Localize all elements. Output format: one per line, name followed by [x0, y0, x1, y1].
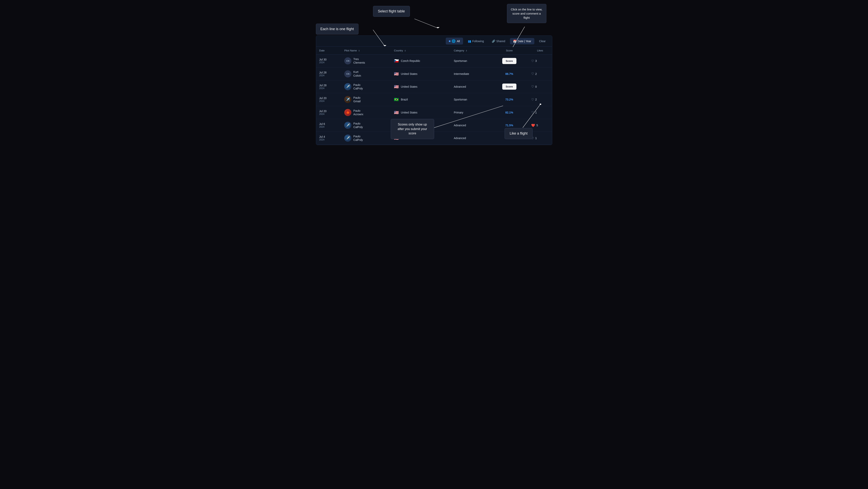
date-cell: Jul 4 2024 [316, 132, 341, 145]
country-name: United States [401, 111, 417, 114]
likes-count: 5 [536, 124, 538, 127]
likes-count: 2 [535, 72, 537, 75]
pilot-avatar: CN [344, 57, 351, 64]
likes-count: 0 [535, 85, 537, 88]
date-primary: Jul 6 [319, 122, 338, 125]
table-row[interactable]: Jul 28 2024 ✈️ PauloCalPoly 🇺🇸 United St… [316, 80, 552, 93]
score-cell: Score [490, 55, 528, 67]
pilot-cell: ✈️ PauloCalPoly [341, 132, 391, 145]
category-cell: Sportsman [451, 55, 490, 67]
pilot-avatar: 🍁 [344, 109, 351, 116]
category-cell: Advanced [451, 119, 490, 132]
date-year: 2024 [319, 113, 338, 116]
tooltip-click-line: Click on the line to view, score and com… [507, 4, 546, 23]
likes-cell: ♡ 2 [528, 93, 552, 106]
country-sort-icon: ⇕ [404, 50, 406, 52]
header-pilot-name[interactable]: Pilot Name ⇕ [341, 47, 391, 55]
likes-cell: ♡ 3 [528, 55, 552, 67]
score-value: 71.5% [505, 124, 513, 127]
filter-date-button[interactable]: 📅 Date | Year [510, 38, 534, 44]
like-button[interactable]: ♡ [531, 111, 534, 114]
country-name: United States [401, 72, 417, 75]
globe-icon: 🌐 [452, 39, 456, 43]
tooltip-like-flight: Like a flight [505, 128, 532, 139]
category-cell: Advanced [451, 80, 490, 93]
date-cell: Jul 28 2024 [316, 80, 341, 93]
category-cell: Sportsman [451, 93, 490, 106]
pilot-cell: ✈️ PauloCalPoly [341, 119, 391, 132]
date-year: 2024 [319, 138, 338, 141]
filter-shared-button[interactable]: 🔗 Shared [489, 38, 508, 44]
svg-marker-1 [436, 27, 440, 28]
pilot-cell: CN TresClements [341, 55, 391, 67]
pilot-name: PauloCalPoly [353, 83, 363, 90]
like-button[interactable]: ❤️ [531, 124, 535, 127]
date-primary: Jul 30 [319, 58, 338, 61]
pilot-name: TresClements [353, 57, 365, 64]
like-button[interactable]: ♡ [531, 59, 534, 63]
date-year: 2024 [319, 74, 338, 77]
date-primary: Jul 20 [319, 110, 338, 113]
tooltip-each-line: Each line is one flight [316, 24, 359, 34]
score-cell: 73.2% [490, 93, 528, 106]
score-value: 88.7% [505, 72, 513, 75]
score-button[interactable]: Score [502, 84, 517, 90]
score-cell: 82.1% [490, 106, 528, 119]
pilot-avatar: ✈️ [344, 122, 351, 129]
date-cell: Jul 28 2024 [316, 67, 341, 80]
country-flag: 🇺🇸 [394, 110, 399, 115]
like-button[interactable]: ♡ [531, 72, 534, 75]
date-primary: Jul 4 [319, 135, 338, 138]
country-cell: 🇧🇷 Brazil [391, 93, 451, 106]
filter-bar: 🌐 All 👥 Following 🔗 Shared 📅 Date | Year… [316, 36, 552, 47]
share-icon: 🔗 [492, 40, 495, 43]
calendar-icon: 📅 [513, 40, 517, 43]
date-primary: Jul 20 [319, 96, 338, 100]
filter-following-button[interactable]: 👥 Following [465, 38, 487, 44]
category-sort-icon: ⇕ [466, 50, 467, 52]
table-row[interactable]: Jul 30 2024 CN TresClements 🇨🇿 Czech Rep… [316, 55, 552, 67]
country-name: Czech Republic [401, 59, 420, 62]
pilot-avatar: CN [344, 70, 351, 78]
pilot-name: PauloGmail [353, 96, 361, 103]
people-icon: 👥 [468, 40, 471, 43]
pilot-cell: ✈️ PauloGmail [341, 93, 391, 106]
country-name: Brazil [401, 98, 408, 101]
pilot-avatar: ✈️ [344, 134, 351, 142]
all-dot-indicator [449, 40, 451, 42]
header-category[interactable]: Category ⇕ [451, 47, 490, 55]
likes-cell: ♡ 2 [528, 67, 552, 80]
tooltip-select-flight: Select flight table [373, 6, 410, 17]
tooltip-scores: Scores only show up after you submit you… [391, 119, 434, 139]
likes-count: 1 [535, 111, 537, 114]
table-row[interactable]: Jul 20 2024 ✈️ PauloGmail 🇧🇷 Brazil Spor… [316, 93, 552, 106]
like-button[interactable]: ♡ [531, 98, 534, 101]
country-cell: 🇨🇿 Czech Republic [391, 55, 451, 67]
score-button[interactable]: Score [502, 58, 517, 64]
pilot-cell: ✈️ PauloCalPoly [341, 80, 391, 93]
filter-clear-button[interactable]: Clear [536, 38, 549, 44]
pilot-name: PauloCalPoly [353, 122, 363, 129]
table-row[interactable]: Jul 28 2024 CN KurtColvin 🇺🇸 United Stat… [316, 67, 552, 80]
pilot-name: PauloCalPoly [353, 134, 363, 142]
pilot-cell: 🍁 PauloAcrowrx [341, 106, 391, 119]
table-row[interactable]: Jul 20 2024 🍁 PauloAcrowrx 🇺🇸 United Sta… [316, 106, 552, 119]
filter-all-button[interactable]: 🌐 All [446, 38, 463, 44]
category-cell: Primary [451, 106, 490, 119]
likes-count: 3 [535, 59, 537, 62]
country-cell: 🇺🇸 United States [391, 67, 451, 80]
country-cell: 🇺🇸 United States [391, 106, 451, 119]
date-year: 2024 [319, 61, 338, 64]
country-flag: 🇨🇿 [394, 59, 399, 63]
like-button[interactable]: ♡ [531, 85, 534, 88]
category-cell: Advanced [451, 132, 490, 145]
country-name: United States [401, 85, 417, 88]
table-header-row: Date Pilot Name ⇕ Country ⇕ Category ⇕ [316, 47, 552, 55]
pilot-name: PauloAcrowrx [353, 109, 363, 116]
date-primary: Jul 28 [319, 84, 338, 87]
header-score: Score [490, 47, 528, 55]
header-country[interactable]: Country ⇕ [391, 47, 451, 55]
likes-cell: ♡ 0 [528, 80, 552, 93]
date-cell: Jul 20 2024 [316, 93, 341, 106]
country-flag: 🇺🇸 [394, 84, 399, 89]
